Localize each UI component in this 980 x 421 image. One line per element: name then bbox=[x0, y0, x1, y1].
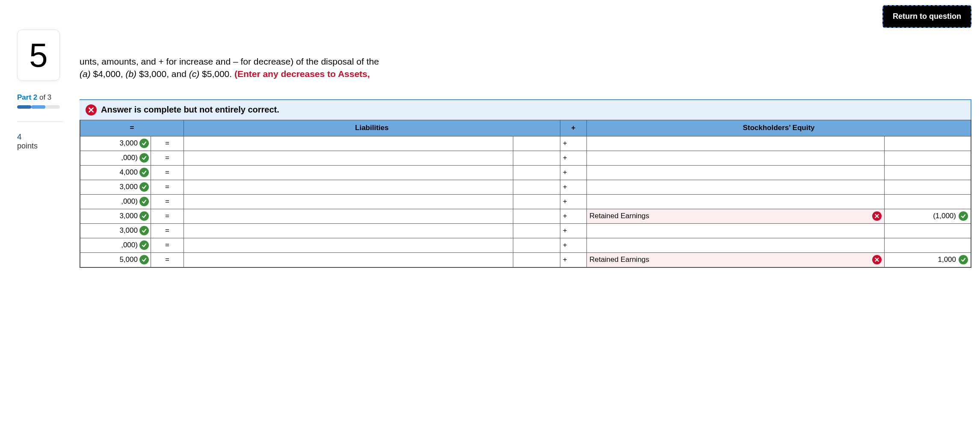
asset-value-cell[interactable]: ,000) bbox=[80, 195, 151, 209]
answer-status-banner: Answer is complete but not entirely corr… bbox=[80, 99, 971, 120]
asset-value-cell[interactable]: ,000) bbox=[80, 238, 151, 252]
table-row: 3,000=+ bbox=[80, 180, 971, 194]
equals-cell: = bbox=[151, 223, 184, 238]
check-icon bbox=[959, 211, 968, 221]
check-icon bbox=[139, 168, 149, 177]
x-icon bbox=[872, 255, 882, 264]
equals-cell: = bbox=[151, 165, 184, 180]
liabilities-amount-cell[interactable] bbox=[513, 194, 560, 209]
table-row: ,000)=+ bbox=[80, 194, 971, 209]
check-icon bbox=[139, 211, 149, 221]
stockholders-equity-amount-cell[interactable] bbox=[885, 151, 971, 165]
check-icon bbox=[139, 182, 149, 192]
stockholders-equity-amount-cell[interactable] bbox=[885, 223, 971, 238]
table-row: ,000)=+ bbox=[80, 151, 971, 165]
liabilities-cell[interactable] bbox=[184, 165, 513, 180]
liabilities-amount-cell[interactable] bbox=[513, 151, 560, 165]
liabilities-amount-cell[interactable] bbox=[513, 209, 560, 223]
liabilities-amount-cell[interactable] bbox=[513, 180, 560, 194]
check-icon bbox=[139, 255, 149, 264]
stockholders-equity-cell[interactable]: Retained Earnings bbox=[586, 209, 884, 223]
liabilities-amount-cell[interactable] bbox=[513, 252, 560, 267]
plus-cell: + bbox=[560, 180, 586, 194]
table-row: 4,000=+ bbox=[80, 165, 971, 180]
x-icon bbox=[86, 104, 97, 116]
stockholders-equity-cell[interactable] bbox=[586, 151, 884, 165]
asset-value-cell[interactable]: 4,000 bbox=[80, 166, 151, 180]
stockholders-equity-amount-cell[interactable] bbox=[885, 136, 971, 151]
stockholders-equity-cell[interactable] bbox=[586, 165, 884, 180]
question-text: unts, amounts, and + for increase and – … bbox=[80, 55, 971, 80]
liabilities-amount-cell[interactable] bbox=[513, 165, 560, 180]
stockholders-equity-amount-cell[interactable] bbox=[885, 165, 971, 180]
stockholders-equity-amount-cell[interactable] bbox=[885, 180, 971, 194]
stockholders-equity-amount-cell[interactable] bbox=[885, 238, 971, 252]
liabilities-cell[interactable] bbox=[184, 180, 513, 194]
plus-cell: + bbox=[560, 252, 586, 267]
plus-cell: + bbox=[560, 151, 586, 165]
plus-cell: + bbox=[560, 238, 586, 252]
plus-cell: + bbox=[560, 209, 586, 223]
part-of: of 3 bbox=[37, 93, 51, 101]
plus-cell: + bbox=[560, 223, 586, 238]
equals-cell: = bbox=[151, 252, 184, 267]
asset-value-cell[interactable]: 3,000 bbox=[80, 224, 151, 238]
x-icon bbox=[872, 211, 882, 221]
liabilities-amount-cell[interactable] bbox=[513, 136, 560, 151]
equals-cell: = bbox=[151, 194, 184, 209]
equals-cell: = bbox=[151, 238, 184, 252]
header-equals: = bbox=[80, 120, 184, 136]
progress-bar bbox=[17, 105, 60, 109]
liabilities-cell[interactable] bbox=[184, 223, 513, 238]
stockholders-equity-cell[interactable]: Retained Earnings bbox=[586, 252, 884, 267]
table-row: 3,000=+Retained Earnings(1,000) bbox=[80, 209, 971, 223]
stockholders-equity-cell[interactable] bbox=[586, 180, 884, 194]
liabilities-cell[interactable] bbox=[184, 209, 513, 223]
stockholders-equity-cell[interactable] bbox=[586, 238, 884, 252]
header-plus: + bbox=[560, 120, 586, 136]
stockholders-equity-amount-cell[interactable]: (1,000) bbox=[885, 209, 971, 223]
check-icon bbox=[139, 226, 149, 235]
asset-value-cell[interactable]: 3,000 bbox=[80, 136, 151, 151]
check-icon bbox=[139, 153, 149, 163]
header-liabilities: Liabilities bbox=[184, 120, 560, 136]
stockholders-equity-cell[interactable] bbox=[586, 136, 884, 151]
liabilities-cell[interactable] bbox=[184, 194, 513, 209]
check-icon bbox=[139, 240, 149, 250]
points-display: 4 points bbox=[17, 122, 63, 151]
sidebar: 5 Part 2 of 3 4 points bbox=[17, 30, 63, 268]
points-label: points bbox=[17, 142, 63, 151]
return-to-question-button[interactable]: Return to question bbox=[882, 5, 971, 28]
asset-value-cell[interactable]: 3,000 bbox=[80, 209, 151, 223]
asset-value-cell[interactable]: ,000) bbox=[80, 151, 151, 165]
equals-cell: = bbox=[151, 180, 184, 194]
plus-cell: + bbox=[560, 194, 586, 209]
table-row: 3,000=+ bbox=[80, 136, 971, 151]
check-icon bbox=[139, 139, 149, 148]
stockholders-equity-amount-cell[interactable]: 1,000 bbox=[885, 252, 971, 267]
equals-cell: = bbox=[151, 151, 184, 165]
question-number: 5 bbox=[17, 30, 60, 81]
plus-cell: + bbox=[560, 165, 586, 180]
asset-value-cell[interactable]: 5,000 bbox=[80, 253, 151, 267]
asset-value-cell[interactable]: 3,000 bbox=[80, 180, 151, 194]
table-row: 3,000=+ bbox=[80, 223, 971, 238]
liabilities-cell[interactable] bbox=[184, 252, 513, 267]
equals-cell: = bbox=[151, 136, 184, 151]
liabilities-cell[interactable] bbox=[184, 238, 513, 252]
table-row: 5,000=+Retained Earnings1,000 bbox=[80, 252, 971, 267]
liabilities-cell[interactable] bbox=[184, 151, 513, 165]
table-row: ,000)=+ bbox=[80, 238, 971, 252]
liabilities-amount-cell[interactable] bbox=[513, 223, 560, 238]
plus-cell: + bbox=[560, 136, 586, 151]
points-value: 4 bbox=[17, 132, 63, 142]
main-content: unts, amounts, and + for increase and – … bbox=[80, 30, 971, 268]
liabilities-amount-cell[interactable] bbox=[513, 238, 560, 252]
stockholders-equity-cell[interactable] bbox=[586, 194, 884, 209]
banner-text: Answer is complete but not entirely corr… bbox=[101, 105, 279, 115]
liabilities-cell[interactable] bbox=[184, 136, 513, 151]
header-stockholders-equity: Stockholders’ Equity bbox=[586, 120, 971, 136]
stockholders-equity-cell[interactable] bbox=[586, 223, 884, 238]
stockholders-equity-amount-cell[interactable] bbox=[885, 194, 971, 209]
check-icon bbox=[959, 255, 968, 264]
